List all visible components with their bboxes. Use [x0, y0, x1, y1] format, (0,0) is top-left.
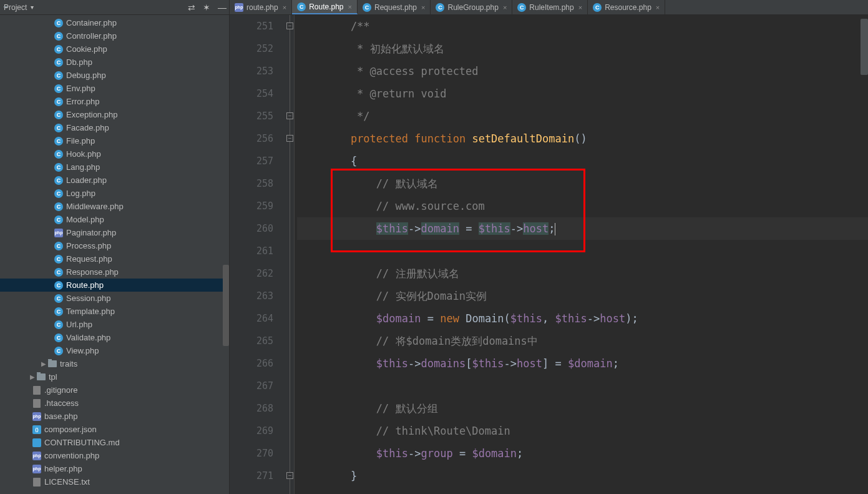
- tab-ruleitem-php[interactable]: CRuleItem.php×: [512, 0, 588, 14]
- gear-icon[interactable]: ✶: [203, 2, 210, 12]
- code-line-263[interactable]: // 实例化Domain实例: [297, 285, 868, 307]
- tree-item-contributing-md[interactable]: CONTRIBUTING.md: [0, 436, 229, 449]
- tree-item-loader-php[interactable]: CLoader.php: [0, 174, 229, 187]
- code-line-251[interactable]: /**: [297, 15, 868, 37]
- tree-item-label: LICENSE.txt: [44, 477, 90, 487]
- php-script-icon: php: [32, 464, 42, 474]
- code-line-259[interactable]: // www.source.com: [297, 195, 868, 217]
- tree-item-url-php[interactable]: CUrl.php: [0, 318, 229, 331]
- tree-item-validate-php[interactable]: CValidate.php: [0, 331, 229, 344]
- tree-item-paginator-php[interactable]: phpPaginator.php: [0, 226, 229, 239]
- php-c-icon: C: [54, 97, 64, 107]
- settings-sliders-icon[interactable]: ⇄: [188, 2, 195, 12]
- collapse-icon[interactable]: —: [218, 2, 227, 12]
- code-line-260[interactable]: $this->domain = $this->host;: [297, 217, 868, 240]
- tab-resource-php[interactable]: CResource.php×: [588, 0, 665, 14]
- tab-rulegroup-php[interactable]: CRuleGroup.php×: [431, 0, 512, 14]
- code-line-253[interactable]: * @access protected: [297, 60, 868, 82]
- tree-item-base-php[interactable]: phpbase.php: [0, 410, 229, 423]
- code-line-264[interactable]: $domain = new Domain($this, $this->host)…: [297, 307, 868, 330]
- tree-item-db-php[interactable]: CDb.php: [0, 56, 229, 69]
- code-line-271[interactable]: }: [297, 465, 868, 487]
- code-line-255[interactable]: */: [297, 105, 868, 127]
- close-icon[interactable]: ×: [656, 4, 660, 11]
- tree-item-traits[interactable]: ▶traits: [0, 357, 229, 370]
- code-line-270[interactable]: $this->group = $domain;: [297, 442, 868, 465]
- tree-item--htaccess[interactable]: .htaccess: [0, 397, 229, 410]
- tree-item-convention-php[interactable]: phpconvention.php: [0, 449, 229, 462]
- line-number: 253: [230, 60, 273, 82]
- code-line-269[interactable]: // think\Route\Domain: [297, 420, 868, 442]
- code-line-268[interactable]: // 默认分组: [297, 397, 868, 420]
- php-c-icon: C: [54, 71, 64, 81]
- tree-item-file-php[interactable]: CFile.php: [0, 134, 229, 147]
- code-line-252[interactable]: * 初始化默认域名: [297, 37, 868, 60]
- close-icon[interactable]: ×: [578, 4, 582, 11]
- sidebar-header[interactable]: Project ▾ ⇄ ✶ —: [0, 0, 229, 15]
- tree-item-label: Loader.php: [66, 175, 107, 185]
- code-line-258[interactable]: // 默认域名: [297, 172, 868, 195]
- close-icon[interactable]: ×: [283, 4, 286, 11]
- tree-item-template-php[interactable]: CTemplate.php: [0, 305, 229, 318]
- expand-arrow-icon[interactable]: ▶: [40, 360, 47, 367]
- tree-item-helper-php[interactable]: phphelper.php: [0, 462, 229, 475]
- tree-item-facade-php[interactable]: CFacade.php: [0, 121, 229, 134]
- close-icon[interactable]: ×: [503, 4, 507, 11]
- code-line-262[interactable]: // 注册默认域名: [297, 262, 868, 285]
- chevron-down-icon[interactable]: ▾: [31, 4, 34, 11]
- tree-item-hook-php[interactable]: CHook.php: [0, 147, 229, 161]
- editor-scrollbar[interactable]: [861, 19, 868, 75]
- fold-strip[interactable]: −−−−: [286, 15, 295, 494]
- tree-item--gitignore[interactable]: .gitignore: [0, 383, 229, 397]
- sidebar-scrollbar[interactable]: [223, 265, 229, 346]
- tree-item-debug-php[interactable]: CDebug.php: [0, 69, 229, 82]
- tree-item-route-php[interactable]: CRoute.php: [0, 279, 229, 292]
- file-tree[interactable]: CContainer.phpCController.phpCCookie.php…: [0, 15, 229, 494]
- tree-item-label: .htaccess: [44, 398, 79, 408]
- tree-item-controller-php[interactable]: CController.php: [0, 29, 229, 42]
- tree-item-view-php[interactable]: CView.php: [0, 344, 229, 357]
- tree-item-log-php[interactable]: CLog.php: [0, 187, 229, 200]
- tree-item-label: .gitignore: [44, 385, 77, 395]
- tree-item-error-php[interactable]: CError.php: [0, 95, 229, 108]
- tree-item-license-txt[interactable]: LICENSE.txt: [0, 475, 229, 488]
- close-icon[interactable]: ×: [348, 3, 352, 11]
- code-panel[interactable]: 2512522532542552562572582592602612622632…: [230, 15, 868, 494]
- fold-toggle-icon[interactable]: −: [286, 472, 293, 479]
- tab-route-php[interactable]: phproute.php×: [230, 0, 292, 14]
- code-line-256[interactable]: protected function setDefaultDomain(): [297, 127, 868, 150]
- fold-toggle-icon[interactable]: −: [286, 22, 293, 29]
- code-line-267[interactable]: [297, 375, 868, 397]
- close-icon[interactable]: ×: [421, 4, 425, 11]
- tree-item-cookie-php[interactable]: CCookie.php: [0, 42, 229, 56]
- tree-item-container-php[interactable]: CContainer.php: [0, 16, 229, 29]
- tree-item-middleware-php[interactable]: CMiddleware.php: [0, 200, 229, 213]
- fold-toggle-icon[interactable]: −: [286, 112, 293, 119]
- tree-item-process-php[interactable]: CProcess.php: [0, 239, 229, 252]
- tab-request-php[interactable]: CRequest.php×: [358, 0, 431, 14]
- txt-icon: [32, 477, 42, 487]
- php-c-icon: C: [436, 3, 444, 12]
- tree-item-lang-php[interactable]: CLang.php: [0, 161, 229, 174]
- fold-toggle-icon[interactable]: −: [286, 135, 293, 142]
- code-line-254[interactable]: * @return void: [297, 82, 868, 105]
- tree-item-composer-json[interactable]: {}composer.json: [0, 423, 229, 436]
- php-c-icon: C: [54, 307, 64, 317]
- code-line-261[interactable]: [297, 240, 868, 262]
- tree-item-model-php[interactable]: CModel.php: [0, 213, 229, 226]
- code-line-266[interactable]: $this->domains[$this->host] = $domain;: [297, 352, 868, 375]
- tree-item-request-php[interactable]: CRequest.php: [0, 252, 229, 265]
- line-number: 251: [230, 15, 273, 37]
- code-content[interactable]: /** * 初始化默认域名 * @access protected * @ret…: [295, 15, 868, 494]
- tree-item-env-php[interactable]: CEnv.php: [0, 82, 229, 95]
- code-line-265[interactable]: // 将$domain类放到domains中: [297, 330, 868, 352]
- code-line-257[interactable]: {: [297, 150, 868, 172]
- tree-item-session-php[interactable]: CSession.php: [0, 292, 229, 305]
- line-number: 255: [230, 105, 273, 127]
- php-c-icon: C: [54, 136, 64, 146]
- expand-arrow-icon[interactable]: ▶: [29, 373, 36, 380]
- tree-item-exception-php[interactable]: CException.php: [0, 108, 229, 121]
- tab-route-php[interactable]: CRoute.php×: [292, 0, 358, 14]
- tree-item-tpl[interactable]: ▶tpl: [0, 370, 229, 383]
- tree-item-response-php[interactable]: CResponse.php: [0, 265, 229, 279]
